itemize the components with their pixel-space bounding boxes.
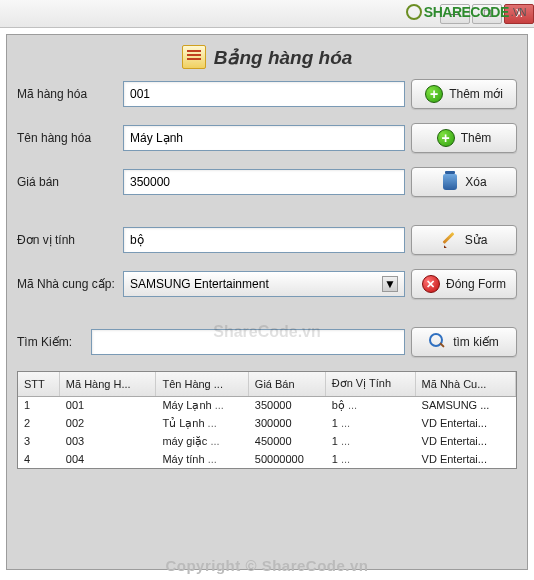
input-ten-hang[interactable]: [123, 125, 405, 151]
table-cell: VD Entertai...: [415, 432, 515, 450]
table-cell: 004: [59, 450, 156, 468]
column-header[interactable]: Tên Hàng ...: [156, 372, 248, 396]
sua-button[interactable]: Sửa: [411, 225, 517, 255]
table-row[interactable]: 4004Máy tính ...500000001 ...VD Entertai…: [18, 450, 516, 468]
chevron-down-icon: ▼: [382, 276, 398, 292]
add-icon: [425, 85, 443, 103]
table-row[interactable]: 2002Tủ Lạnh ...3000001 ...VD Entertai...: [18, 414, 516, 432]
input-ma-hang[interactable]: [123, 81, 405, 107]
input-gia-ban[interactable]: [123, 169, 405, 195]
them-moi-button[interactable]: Thêm mới: [411, 79, 517, 109]
table-cell: 1: [18, 396, 59, 414]
label-ten-hang: Tên hàng hóa: [17, 131, 117, 145]
edit-icon: [441, 231, 459, 249]
window-body: Bảng hàng hóa Mã hàng hóa Thêm mới Tên h…: [6, 34, 528, 570]
column-header[interactable]: Giá Bán: [248, 372, 325, 396]
label-ma-ncc: Mã Nhà cung cấp:: [17, 277, 117, 291]
input-don-vi[interactable]: [123, 227, 405, 253]
label-tim-kiem: Tìm Kiếm:: [17, 335, 85, 349]
input-tim-kiem[interactable]: [91, 329, 405, 355]
table-cell: SAMSUNG ...: [415, 396, 515, 414]
table-cell: Tủ Lạnh ...: [156, 414, 248, 432]
table-cell: 1 ...: [325, 432, 415, 450]
watermark-logo: SHARECODE.VN: [406, 4, 526, 20]
column-header[interactable]: STT: [18, 372, 59, 396]
page-title: Bảng hàng hóa: [214, 46, 353, 69]
label-gia-ban: Giá bán: [17, 175, 117, 189]
table-cell: bộ ...: [325, 396, 415, 414]
table-row[interactable]: 3003máy giặc ...4500001 ...VD Entertai..…: [18, 432, 516, 450]
table-cell: 300000: [248, 414, 325, 432]
close-icon: [422, 275, 440, 293]
column-header[interactable]: Mã Nhà Cu...: [415, 372, 515, 396]
select-value: SAMSUNG Entertainment: [130, 277, 269, 291]
table-cell: 350000: [248, 396, 325, 414]
table-cell: máy giặc ...: [156, 432, 248, 450]
table-cell: 450000: [248, 432, 325, 450]
label-don-vi: Đơn vị tính: [17, 233, 117, 247]
search-icon: [429, 333, 447, 351]
column-header[interactable]: Đơn Vị Tính: [325, 372, 415, 396]
label-ma-hang: Mã hàng hóa: [17, 87, 117, 101]
select-ma-ncc[interactable]: SAMSUNG Entertainment ▼: [123, 271, 405, 297]
recycle-icon: [406, 4, 422, 20]
table-cell: VD Entertai...: [415, 450, 515, 468]
watermark-bottom: Copyright © ShareCode.vn: [0, 557, 534, 574]
column-header[interactable]: Mã Hàng H...: [59, 372, 156, 396]
table-cell: 002: [59, 414, 156, 432]
table-cell: 003: [59, 432, 156, 450]
table-cell: 001: [59, 396, 156, 414]
table-cell: 50000000: [248, 450, 325, 468]
them-button[interactable]: Thêm: [411, 123, 517, 153]
table-cell: 3: [18, 432, 59, 450]
tim-kiem-button[interactable]: tìm kiếm: [411, 327, 517, 357]
table-cell: VD Entertai...: [415, 414, 515, 432]
notepad-icon: [182, 45, 206, 69]
table-cell: 1 ...: [325, 450, 415, 468]
table-cell: 1 ...: [325, 414, 415, 432]
xoa-button[interactable]: Xóa: [411, 167, 517, 197]
trash-icon: [441, 173, 459, 191]
dong-form-button[interactable]: Đóng Form: [411, 269, 517, 299]
data-table: STTMã Hàng H...Tên Hàng ...Giá BánĐơn Vị…: [17, 371, 517, 469]
table-cell: Máy tính ...: [156, 450, 248, 468]
table-cell: Máy Lạnh ...: [156, 396, 248, 414]
table-row[interactable]: 1001Máy Lạnh ...350000bộ ...SAMSUNG ...: [18, 396, 516, 414]
table-cell: 2: [18, 414, 59, 432]
table-cell: 4: [18, 450, 59, 468]
add-icon: [437, 129, 455, 147]
header: Bảng hàng hóa: [17, 41, 517, 79]
